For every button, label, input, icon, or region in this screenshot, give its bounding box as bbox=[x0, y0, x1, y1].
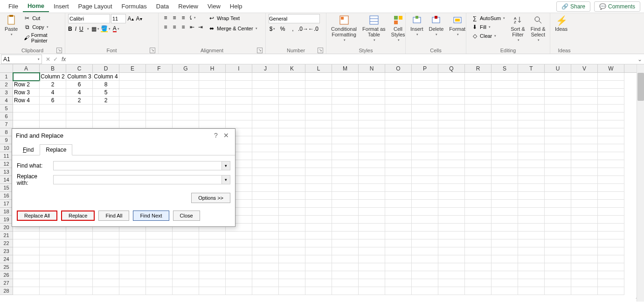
cell[interactable] bbox=[518, 128, 545, 136]
cell[interactable] bbox=[438, 287, 465, 295]
cell[interactable] bbox=[492, 255, 518, 263]
cell[interactable] bbox=[385, 136, 412, 144]
cell[interactable] bbox=[492, 271, 518, 279]
paste-button[interactable]: Paste ▾ bbox=[3, 14, 20, 37]
tab-home[interactable]: Home bbox=[23, 0, 49, 12]
cell[interactable] bbox=[226, 232, 252, 239]
cell[interactable] bbox=[332, 89, 359, 97]
cell[interactable] bbox=[252, 128, 279, 136]
enter-formula-icon[interactable]: ✓ bbox=[53, 56, 58, 63]
cell[interactable] bbox=[279, 73, 305, 81]
number-launcher[interactable]: ↘ bbox=[318, 48, 323, 53]
format-cells-button[interactable]: Format▾ bbox=[447, 14, 467, 37]
cell[interactable] bbox=[492, 232, 518, 239]
replace-with-dropdown[interactable]: ▾ bbox=[222, 175, 230, 184]
cell[interactable] bbox=[93, 263, 119, 271]
cell[interactable] bbox=[412, 89, 438, 97]
cell[interactable] bbox=[279, 136, 305, 144]
cell[interactable] bbox=[146, 73, 173, 81]
cell[interactable] bbox=[492, 152, 518, 160]
cell[interactable] bbox=[385, 152, 412, 160]
cell[interactable] bbox=[438, 120, 465, 128]
cell[interactable] bbox=[305, 73, 332, 81]
cell[interactable] bbox=[438, 81, 465, 89]
cell[interactable] bbox=[13, 232, 40, 239]
row-header[interactable]: 24 bbox=[0, 255, 13, 263]
cell[interactable] bbox=[438, 224, 465, 232]
font-color-button[interactable]: A▾ bbox=[112, 25, 120, 33]
cell[interactable] bbox=[492, 279, 518, 287]
cell[interactable] bbox=[465, 176, 492, 184]
align-bottom[interactable]: ≡ bbox=[179, 14, 187, 21]
cell[interactable] bbox=[385, 208, 412, 216]
cell[interactable] bbox=[332, 279, 359, 287]
cell[interactable] bbox=[146, 239, 173, 247]
col-header[interactable]: E bbox=[119, 64, 146, 72]
cell[interactable] bbox=[545, 279, 571, 287]
cell[interactable] bbox=[412, 255, 438, 263]
cell[interactable] bbox=[173, 232, 199, 239]
cell[interactable] bbox=[385, 255, 412, 263]
cell[interactable] bbox=[226, 120, 252, 128]
cell[interactable] bbox=[438, 279, 465, 287]
cell[interactable] bbox=[40, 255, 66, 263]
cell[interactable] bbox=[173, 287, 199, 295]
align-middle[interactable]: ≡ bbox=[170, 14, 179, 21]
cell[interactable] bbox=[598, 168, 624, 176]
cell[interactable] bbox=[226, 255, 252, 263]
col-header[interactable]: A bbox=[13, 64, 40, 72]
find-next-button[interactable]: Find Next bbox=[133, 211, 169, 221]
cell[interactable] bbox=[173, 120, 199, 128]
align-right[interactable]: ≡ bbox=[179, 23, 187, 31]
col-header[interactable]: N bbox=[359, 64, 385, 72]
cell[interactable] bbox=[359, 184, 385, 192]
cell[interactable] bbox=[359, 168, 385, 176]
cell[interactable] bbox=[226, 239, 252, 247]
cell[interactable] bbox=[545, 184, 571, 192]
cell[interactable] bbox=[13, 239, 40, 247]
cell[interactable] bbox=[279, 192, 305, 200]
cell[interactable] bbox=[359, 97, 385, 105]
clipboard-launcher[interactable]: ↘ bbox=[56, 48, 62, 53]
cell[interactable] bbox=[412, 271, 438, 279]
cell[interactable] bbox=[359, 216, 385, 224]
cell[interactable] bbox=[332, 136, 359, 144]
cell[interactable] bbox=[492, 144, 518, 152]
row-header[interactable]: 22 bbox=[0, 239, 13, 247]
cell[interactable] bbox=[13, 247, 40, 255]
col-header[interactable]: K bbox=[279, 64, 305, 72]
cell[interactable] bbox=[40, 105, 66, 112]
cell[interactable] bbox=[332, 120, 359, 128]
align-center[interactable]: ≡ bbox=[170, 23, 179, 31]
cell[interactable] bbox=[13, 279, 40, 287]
cell[interactable] bbox=[199, 263, 226, 271]
cell[interactable]: 8 bbox=[93, 81, 119, 89]
cell[interactable] bbox=[385, 279, 412, 287]
cell[interactable] bbox=[412, 239, 438, 247]
cell[interactable] bbox=[438, 232, 465, 239]
cell[interactable] bbox=[598, 144, 624, 152]
dialog-tab-find[interactable]: FFindind bbox=[17, 144, 40, 155]
cell[interactable] bbox=[545, 97, 571, 105]
cell[interactable] bbox=[598, 200, 624, 208]
cell[interactable] bbox=[305, 120, 332, 128]
expand-formula-bar[interactable]: ⌄ bbox=[636, 56, 644, 63]
cell[interactable] bbox=[545, 232, 571, 239]
cell[interactable] bbox=[66, 239, 93, 247]
cell[interactable] bbox=[465, 112, 492, 120]
cell[interactable] bbox=[279, 89, 305, 97]
cell[interactable] bbox=[199, 105, 226, 112]
cell[interactable] bbox=[332, 97, 359, 105]
scroll-thumb[interactable] bbox=[637, 73, 644, 101]
cell[interactable] bbox=[119, 239, 146, 247]
cell[interactable] bbox=[332, 263, 359, 271]
italic-button[interactable]: I bbox=[75, 26, 76, 32]
cell[interactable] bbox=[412, 176, 438, 184]
cell[interactable] bbox=[518, 208, 545, 216]
cell[interactable] bbox=[545, 287, 571, 295]
cell[interactable] bbox=[226, 287, 252, 295]
cell[interactable] bbox=[226, 279, 252, 287]
font-launcher[interactable]: ↘ bbox=[150, 48, 155, 53]
cell-styles-button[interactable]: Cell Styles▾ bbox=[389, 14, 407, 43]
cell[interactable] bbox=[359, 247, 385, 255]
